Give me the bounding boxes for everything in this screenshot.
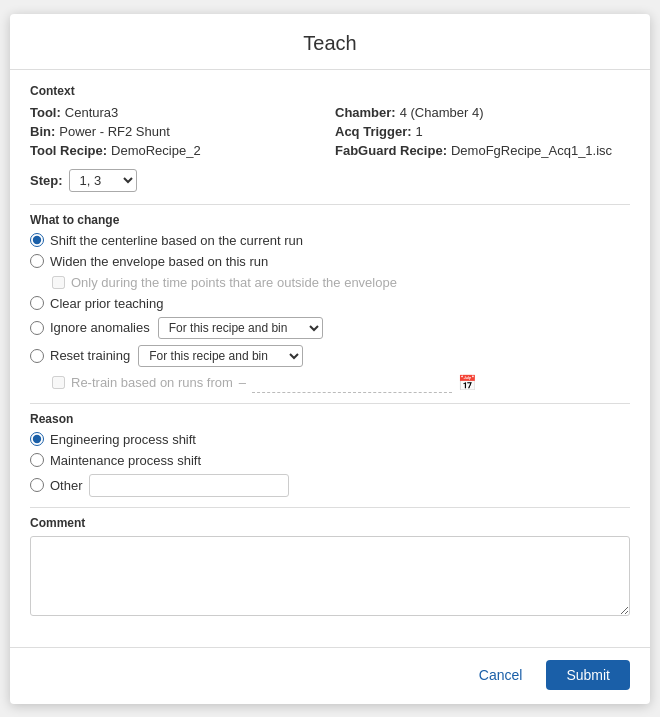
reason-other-label: Other [50, 478, 83, 493]
comment-label: Comment [30, 516, 630, 530]
divider-2 [30, 403, 630, 404]
reason-engineering-item: Engineering process shift [30, 432, 630, 447]
option-clear-label: Clear prior teaching [50, 296, 163, 311]
option-reset-radio[interactable] [30, 349, 44, 363]
option-reset-item: Reset training For this recipe and bin F… [30, 345, 630, 367]
option-ignore-label: Ignore anomalies [50, 320, 150, 335]
option-reset-label: Reset training [50, 348, 130, 363]
context-label: Context [30, 84, 630, 98]
teach-dialog: Teach Context Tool: Centura3 Chamber: 4 … [10, 14, 650, 704]
acq-trigger-value: 1 [416, 124, 423, 139]
chamber-value: 4 (Chamber 4) [400, 105, 484, 120]
reason-other-radio[interactable] [30, 478, 44, 492]
reason-maintenance-radio[interactable] [30, 453, 44, 467]
tool-recipe-label: Tool Recipe: [30, 143, 107, 158]
bin-row: Bin: Power - RF2 Shunt [30, 123, 325, 140]
divider-3 [30, 507, 630, 508]
option-shift-item: Shift the centerline based on the curren… [30, 233, 630, 248]
reason-label: Reason [30, 412, 630, 426]
cancel-button[interactable]: Cancel [465, 660, 537, 690]
option-shift-radio[interactable] [30, 233, 44, 247]
dialog-title: Teach [10, 14, 650, 70]
retrain-label: Re-train based on runs from [71, 375, 233, 390]
acq-trigger-label: Acq Trigger: [335, 124, 412, 139]
retrain-dash: – [239, 375, 246, 390]
reason-engineering-radio[interactable] [30, 432, 44, 446]
chamber-row: Chamber: 4 (Chamber 4) [335, 104, 630, 121]
what-to-change-label: What to change [30, 213, 630, 227]
option-clear-item: Clear prior teaching [30, 296, 630, 311]
option-widen-label: Widen the envelope based on this run [50, 254, 268, 269]
option-widen-radio[interactable] [30, 254, 44, 268]
retrain-date-input[interactable] [252, 373, 452, 393]
reason-engineering-label: Engineering process shift [50, 432, 196, 447]
option-time-points-label: Only during the time points that are out… [71, 275, 397, 290]
option-clear-radio[interactable] [30, 296, 44, 310]
option-ignore-item: Ignore anomalies For this recipe and bin… [30, 317, 630, 339]
context-section: Context Tool: Centura3 Chamber: 4 (Chamb… [30, 84, 630, 192]
tool-value: Centura3 [65, 105, 118, 120]
option-time-points-checkbox[interactable] [52, 276, 65, 289]
tool-label: Tool: [30, 105, 61, 120]
tool-row: Tool: Centura3 [30, 104, 325, 121]
what-to-change-section: What to change Shift the centerline base… [30, 213, 630, 393]
tool-recipe-row: Tool Recipe: DemoRecipe_2 [30, 142, 325, 159]
reason-other-item: Other [30, 474, 630, 497]
tool-recipe-value: DemoRecipe_2 [111, 143, 201, 158]
step-label: Step: [30, 173, 63, 188]
option-ignore-radio[interactable] [30, 321, 44, 335]
context-grid: Tool: Centura3 Chamber: 4 (Chamber 4) Bi… [30, 104, 630, 159]
option-time-points-item: Only during the time points that are out… [30, 275, 630, 290]
dialog-body: Context Tool: Centura3 Chamber: 4 (Chamb… [10, 70, 650, 639]
ignore-dropdown[interactable]: For this recipe and bin For this recipe … [158, 317, 323, 339]
reset-dropdown[interactable]: For this recipe and bin For this recipe … [138, 345, 303, 367]
fabguard-recipe-value: DemoFgRecipe_Acq1_1.isc [451, 143, 612, 158]
submit-button[interactable]: Submit [546, 660, 630, 690]
reason-section: Reason Engineering process shift Mainten… [30, 412, 630, 497]
reason-other-input[interactable] [89, 474, 289, 497]
acq-trigger-row: Acq Trigger: 1 [335, 123, 630, 140]
fabguard-recipe-row: FabGuard Recipe: DemoFgRecipe_Acq1_1.isc [335, 142, 630, 159]
retrain-checkbox[interactable] [52, 376, 65, 389]
reason-radio-group: Engineering process shift Maintenance pr… [30, 432, 630, 497]
calendar-icon[interactable]: 📅 [458, 374, 477, 392]
bin-value: Power - RF2 Shunt [59, 124, 170, 139]
comment-textarea[interactable] [30, 536, 630, 616]
comment-section: Comment [30, 516, 630, 619]
retrain-row: Re-train based on runs from – 📅 [30, 373, 630, 393]
option-shift-label: Shift the centerline based on the curren… [50, 233, 303, 248]
reason-maintenance-item: Maintenance process shift [30, 453, 630, 468]
divider-1 [30, 204, 630, 205]
fabguard-recipe-label: FabGuard Recipe: [335, 143, 447, 158]
step-select[interactable]: 1, 3 [69, 169, 137, 192]
bin-label: Bin: [30, 124, 55, 139]
option-widen-item: Widen the envelope based on this run [30, 254, 630, 269]
reason-maintenance-label: Maintenance process shift [50, 453, 201, 468]
step-row: Step: 1, 3 [30, 169, 630, 192]
dialog-footer: Cancel Submit [10, 647, 650, 704]
what-to-change-radio-group: Shift the centerline based on the curren… [30, 233, 630, 393]
chamber-label: Chamber: [335, 105, 396, 120]
